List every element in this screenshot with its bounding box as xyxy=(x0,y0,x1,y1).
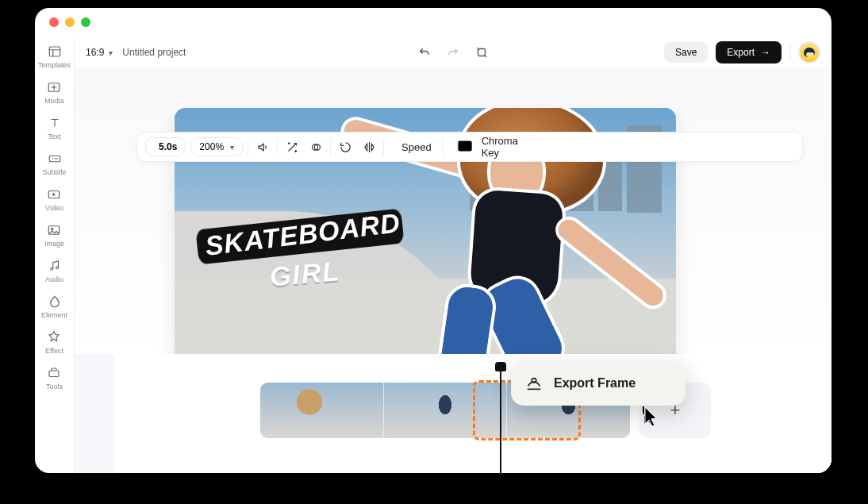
undo-icon xyxy=(417,45,432,60)
audio-icon xyxy=(48,259,62,273)
project-name[interactable]: Untitled project xyxy=(122,47,186,58)
divider xyxy=(383,138,384,156)
chevron-down-icon: ▾ xyxy=(109,48,113,57)
playhead[interactable] xyxy=(500,365,501,473)
sidebar-item-label: Element xyxy=(41,311,67,319)
crop-icon xyxy=(474,45,489,60)
export-frame-label: Export Frame xyxy=(554,376,636,391)
window-controls xyxy=(49,17,90,27)
media-icon xyxy=(47,80,61,94)
svg-rect-0 xyxy=(49,47,60,56)
save-label: Save xyxy=(675,47,697,58)
timeline-clip[interactable] xyxy=(383,383,507,438)
divider xyxy=(443,138,444,156)
minimize-icon[interactable] xyxy=(65,17,75,27)
sidebar-item-element[interactable]: Element xyxy=(41,294,67,319)
timeline-clip[interactable] xyxy=(260,383,383,438)
sidebar-item-image[interactable]: Image xyxy=(44,223,64,248)
sidebar-item-label: Text xyxy=(48,133,61,140)
sidebar-item-video[interactable]: Video xyxy=(45,187,63,212)
redo-button[interactable] xyxy=(446,45,460,60)
sidebar-item-audio[interactable]: Audio xyxy=(45,259,63,283)
sidebar-item-label: Image xyxy=(44,240,64,248)
sidebar-item-text[interactable]: Text xyxy=(48,116,62,140)
context-menu-export-frame[interactable]: Export Frame xyxy=(511,361,686,406)
image-icon xyxy=(47,223,61,237)
sidebar-item-label: Templates xyxy=(38,61,71,69)
save-button[interactable]: Save xyxy=(664,42,708,63)
divider xyxy=(330,138,331,156)
redo-icon xyxy=(446,45,460,60)
aspect-ratio-dropdown[interactable]: 16:9 ▾ xyxy=(86,47,113,58)
history-controls xyxy=(417,45,489,60)
rotate-icon xyxy=(339,140,352,154)
volume-icon xyxy=(256,140,270,154)
workspace: 5.0s 200% ▾ xyxy=(75,68,832,473)
close-icon[interactable] xyxy=(49,17,59,27)
chroma-key-icon xyxy=(455,137,475,157)
color-overlap-icon xyxy=(309,140,323,154)
sidebar-item-label: Effect xyxy=(45,347,63,355)
tools-icon xyxy=(47,366,61,380)
svg-point-5 xyxy=(52,228,53,229)
export-button[interactable]: Export → xyxy=(716,41,782,63)
app-window: Templates Media Text Subtitle Video Imag… xyxy=(35,8,832,473)
divider xyxy=(789,44,790,61)
export-label: Export xyxy=(727,47,755,58)
chroma-key-button[interactable]: Chroma Key xyxy=(448,135,524,159)
svg-rect-8 xyxy=(49,371,59,377)
duration-value: 5.0s xyxy=(159,141,177,152)
element-icon xyxy=(48,294,62,309)
crop-button[interactable] xyxy=(474,45,489,60)
chevron-down-icon: ▾ xyxy=(230,143,234,152)
effect-icon xyxy=(47,330,61,344)
svg-point-15 xyxy=(462,144,467,149)
rotate-button[interactable] xyxy=(336,137,355,156)
aspect-ratio-value: 16:9 xyxy=(86,47,104,58)
undo-button[interactable] xyxy=(417,45,432,60)
sidebar-item-effect[interactable]: Effect xyxy=(45,330,63,355)
sidebar-item-label: Tools xyxy=(46,383,63,391)
flip-icon xyxy=(363,140,376,154)
svg-point-7 xyxy=(56,267,58,269)
speed-label: Speed xyxy=(401,141,432,153)
topbar: 16:9 ▾ Untitled project Save Export xyxy=(75,37,832,68)
volume-button[interactable] xyxy=(253,137,272,156)
text-icon xyxy=(48,116,62,130)
zoom-value: 200% xyxy=(199,141,224,152)
templates-icon xyxy=(48,44,62,59)
clip-toolbar: 5.0s 200% ▾ xyxy=(136,132,803,162)
sidebar-item-label: Audio xyxy=(45,275,63,283)
export-frame-icon xyxy=(525,375,543,392)
sidebar-item-label: Video xyxy=(45,204,63,212)
divider xyxy=(277,138,278,156)
sidebar-item-tools[interactable]: Tools xyxy=(46,366,63,391)
timeline-area: + xyxy=(114,354,832,473)
sidebar-item-templates[interactable]: Templates xyxy=(38,44,71,69)
sidebar-item-label: Subtitle xyxy=(42,168,66,176)
video-icon xyxy=(47,187,61,202)
duration-chip[interactable]: 5.0s xyxy=(145,137,186,156)
divider xyxy=(248,138,248,156)
subtitle-icon xyxy=(48,152,62,166)
zoom-dropdown[interactable]: 200% ▾ xyxy=(190,137,243,156)
canvas-area: SKATEBOARD GIRL xyxy=(75,68,832,354)
avatar[interactable] xyxy=(798,41,820,63)
sidebar-item-label: Media xyxy=(44,97,64,105)
magic-button[interactable] xyxy=(282,137,301,156)
arrow-right-icon: → xyxy=(761,47,770,58)
sidebar-item-media[interactable]: Media xyxy=(44,80,64,105)
flip-button[interactable] xyxy=(359,137,378,156)
zoom-icon[interactable] xyxy=(81,17,90,27)
magic-wand-icon xyxy=(286,140,299,154)
chroma-key-label: Chroma Key xyxy=(482,135,518,159)
cursor-icon xyxy=(643,405,662,427)
sidebar: Templates Media Text Subtitle Video Imag… xyxy=(35,37,75,473)
speed-button[interactable]: Speed xyxy=(389,141,438,153)
svg-point-6 xyxy=(50,267,52,270)
color-button[interactable] xyxy=(306,137,325,156)
sidebar-item-subtitle[interactable]: Subtitle xyxy=(42,152,66,176)
